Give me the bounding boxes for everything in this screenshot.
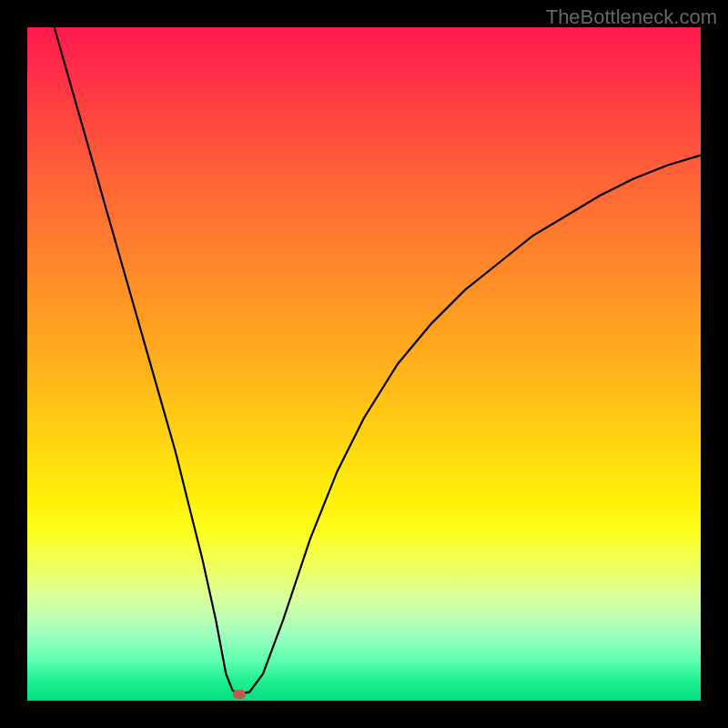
chart-curve xyxy=(27,27,701,701)
plot-area xyxy=(27,27,701,701)
watermark-text: TheBottleneck.com xyxy=(546,5,717,29)
minimum-marker xyxy=(233,690,246,699)
